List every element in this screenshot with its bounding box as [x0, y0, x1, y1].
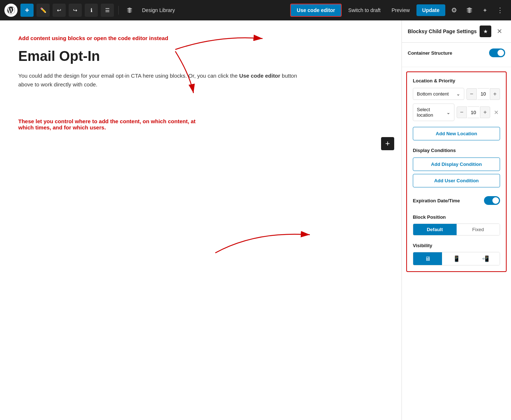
visibility-title: Visibility	[413, 243, 500, 248]
design-library-label: Design Library	[142, 7, 175, 13]
bottom-content-dropdown[interactable]: Bottom content ⌄	[413, 88, 464, 100]
undo-button[interactable]: ↩	[53, 4, 66, 17]
separator-1	[118, 6, 119, 15]
container-structure-toggle[interactable]	[489, 48, 505, 57]
priority-plus-1[interactable]: +	[490, 88, 500, 100]
location-priority-title: Location & Priority	[413, 78, 500, 83]
annotation-top: Add content using blocks or open the cod…	[18, 35, 383, 41]
add-content-block-button[interactable]: +	[381, 137, 394, 150]
wp-logo[interactable]	[4, 4, 18, 17]
position-fixed-button[interactable]: Fixed	[457, 224, 500, 235]
toolbar-right: Use code editor Switch to draft Preview …	[290, 4, 507, 17]
priority-minus-1[interactable]: −	[466, 88, 477, 100]
block-position-title: Block Position	[413, 214, 500, 220]
bottom-content-label: Bottom content	[417, 91, 449, 97]
visibility-mobile-button[interactable]: 📲	[471, 252, 500, 265]
page-body: You could add the design for your email …	[18, 71, 303, 89]
display-conditions-group: Display Conditions Add Display Condition…	[413, 148, 500, 190]
container-structure-section: Container Structure	[402, 43, 511, 67]
add-block-icon: +	[385, 139, 390, 148]
desktop-icon: 🖥	[425, 256, 431, 262]
position-toggle-group: Default Fixed	[413, 223, 500, 236]
update-button[interactable]: Update	[416, 4, 445, 16]
add-display-condition-button[interactable]: Add Display Condition	[413, 158, 500, 171]
visibility-desktop-button[interactable]: 🖥	[413, 252, 442, 265]
location-priority-section: Location & Priority Bottom content ⌄ − 1…	[406, 71, 507, 272]
sidebar-header: Blocksy Child Page Settings ★ ✕	[402, 20, 511, 43]
remove-location-button[interactable]: ✕	[492, 109, 500, 116]
priority-plus-2[interactable]: +	[480, 106, 490, 118]
more-options-button[interactable]: ⋮	[493, 4, 507, 17]
container-structure-label: Container Structure	[408, 50, 452, 56]
settings-icon-button[interactable]: ⚙	[447, 4, 461, 17]
dropdown-chevron-1: ⌄	[456, 91, 460, 97]
switch-draft-button[interactable]: Switch to draft	[344, 4, 385, 16]
sidebar-title: Blocksy Child Page Settings	[408, 28, 477, 34]
container-structure-row: Container Structure	[408, 48, 505, 57]
design-library-button[interactable]: Design Library	[139, 5, 178, 15]
add-user-condition-button[interactable]: Add User Condition	[413, 174, 500, 187]
page-title: Email Opt-In	[18, 48, 383, 64]
priority-num-control-2: − 10 +	[457, 106, 490, 118]
main-area: Add content using blocks or open the cod…	[0, 20, 511, 420]
select-location-label: Select location	[417, 107, 446, 118]
stackbit-icon-button[interactable]	[123, 4, 136, 17]
expiration-row: Expiration Date/Time	[413, 190, 500, 211]
dropdown-chevron-2: ⌄	[446, 110, 450, 115]
close-button[interactable]: ✕	[493, 26, 505, 37]
priority-value-1: 10	[477, 88, 489, 100]
priority-num-control-1: − 10 +	[466, 88, 500, 100]
add-new-location-button[interactable]: Add New Location	[413, 127, 500, 140]
annotation-bottom: These let you control where to add the c…	[18, 118, 201, 131]
star-button[interactable]: ★	[480, 26, 491, 37]
visibility-group: Visibility 🖥 📱 📲	[413, 243, 500, 265]
position-default-button[interactable]: Default	[413, 224, 457, 235]
tablet-icon: 📱	[453, 255, 460, 262]
visibility-tablet-button[interactable]: 📱	[442, 252, 471, 265]
preview-button[interactable]: Preview	[387, 4, 414, 16]
select-location-dropdown[interactable]: Select location ⌄	[413, 104, 454, 121]
sidebar-header-actions: ★ ✕	[480, 26, 505, 37]
list-view-button[interactable]: ☰	[101, 4, 114, 17]
page-body-bold: Use code editor	[239, 73, 280, 79]
add-block-button[interactable]: +	[20, 4, 34, 17]
blocksy-icon[interactable]: ✦	[478, 4, 491, 17]
info-button[interactable]: ℹ	[85, 4, 98, 17]
block-position-group: Block Position Default Fixed	[413, 214, 500, 236]
display-conditions-title: Display Conditions	[413, 148, 500, 153]
priority-minus-2[interactable]: −	[457, 106, 467, 118]
visibility-toggle-group: 🖥 📱 📲	[413, 252, 500, 265]
sidebar: Blocksy Child Page Settings ★ ✕ Containe…	[402, 20, 511, 420]
content-area: Add content using blocks or open the cod…	[0, 20, 402, 420]
expiration-label: Expiration Date/Time	[413, 198, 460, 203]
mobile-icon: 📲	[482, 255, 489, 262]
stackbit-icon-button-2[interactable]	[463, 4, 476, 17]
edit-icon-button[interactable]: ✏️	[36, 4, 50, 17]
use-code-editor-button[interactable]: Use code editor	[290, 4, 342, 17]
expiration-toggle[interactable]	[484, 196, 500, 205]
page-body-text-1: You could add the design for your email …	[18, 73, 239, 79]
location-dropdown-row-2: Select location ⌄ − 10 + ✕	[413, 104, 500, 121]
priority-value-2: 10	[468, 106, 479, 118]
toolbar: + ✏️ ↩ ↪ ℹ ☰ Design Library Use code edi…	[0, 0, 511, 20]
location-dropdown-row-1: Bottom content ⌄ − 10 +	[413, 88, 500, 100]
redo-button[interactable]: ↪	[69, 4, 82, 17]
